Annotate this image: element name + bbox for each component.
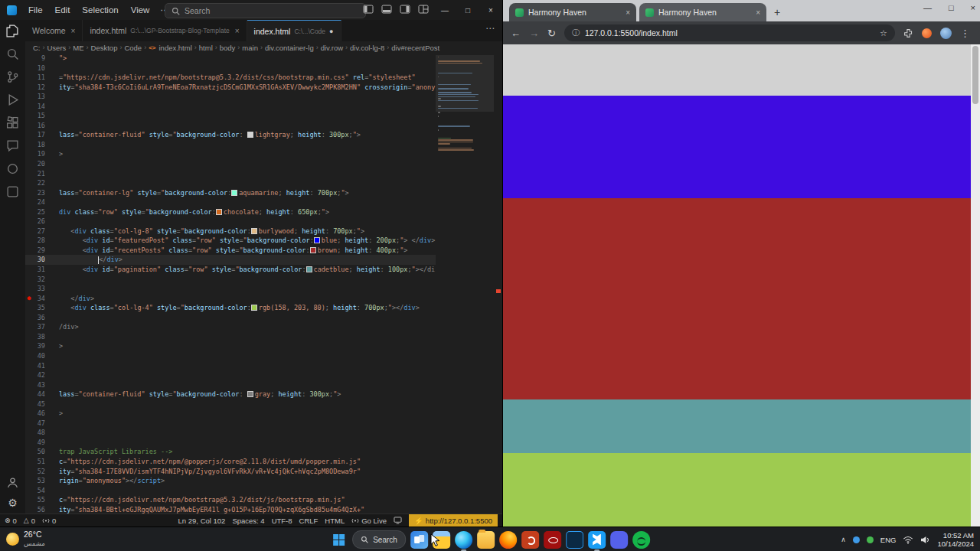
code-line[interactable]: 14 <box>25 102 440 112</box>
gutter[interactable] <box>25 207 33 217</box>
live-server-url[interactable]: ⚡ http://127.0.0.1:5500 <box>409 514 498 527</box>
edge-taskbar-icon[interactable] <box>455 531 472 549</box>
status-item[interactable]: Ln 29, Col 102 <box>178 517 226 525</box>
code-line[interactable]: 30</div> <box>25 255 440 265</box>
code-line[interactable]: 13 <box>25 92 440 102</box>
gutter[interactable] <box>25 284 33 294</box>
gutter[interactable] <box>25 92 33 102</box>
address-bar[interactable]: ⓘ 127.0.0.1:5500/index.html ☆ <box>564 24 895 41</box>
code-line[interactable]: 38 <box>25 332 440 342</box>
code-line[interactable]: 22 <box>25 178 440 188</box>
speaker-icon[interactable] <box>920 536 930 544</box>
code-line[interactable]: 42 <box>25 370 440 380</box>
scrollbar-thumb[interactable] <box>972 46 978 104</box>
code-line[interactable]: 36 <box>25 313 440 323</box>
gutter[interactable] <box>25 361 33 371</box>
browser-menu-icon[interactable]: ⋮ <box>960 28 970 39</box>
gutter[interactable] <box>25 322 33 332</box>
gutter[interactable] <box>25 467 33 477</box>
code-line[interactable]: 24 <box>25 197 440 207</box>
code-line[interactable]: 16 <box>25 121 440 131</box>
status-item[interactable]: Spaces: 4 <box>232 517 264 525</box>
gutter[interactable] <box>25 111 33 121</box>
editor-actions-icon[interactable]: ⋯ <box>485 20 502 41</box>
profile-avatar[interactable] <box>940 28 952 39</box>
taskbar-search[interactable]: Search <box>352 530 406 549</box>
code-line[interactable]: 15 <box>25 111 440 121</box>
run-debug-icon[interactable] <box>6 93 19 106</box>
code-line[interactable]: 17lass="container-fluid" style="backgrou… <box>25 130 440 140</box>
code-line[interactable]: 29<div id="recentPosts" class="row" styl… <box>25 246 440 256</box>
breadcrumb-item[interactable]: div.container-lg <box>265 44 314 52</box>
status-item[interactable]: CRLF <box>299 517 318 525</box>
task-view-taskbar-icon[interactable] <box>410 531 428 549</box>
gutter[interactable] <box>25 255 33 265</box>
breakpoint-icon[interactable]: ● <box>25 294 33 304</box>
breadcrumb-item[interactable]: index.html <box>158 44 191 52</box>
code-line[interactable]: 25div class="row" style="background-colo… <box>25 207 440 217</box>
code-line[interactable]: 50trap JavaScript Libraries --> <box>25 447 440 457</box>
code-line[interactable]: 23lass="container-lg" style="background-… <box>25 188 440 198</box>
gutter[interactable] <box>25 495 33 505</box>
gutter[interactable] <box>25 159 33 169</box>
browser-back-icon[interactable]: ← <box>511 28 521 39</box>
gutter[interactable] <box>25 370 33 380</box>
search-sidebar-icon[interactable] <box>6 47 19 60</box>
gutter[interactable] <box>25 73 33 83</box>
code-line[interactable]: 39> <box>25 341 440 351</box>
editor-tab[interactable]: index.htmlC:\...\Code● <box>247 20 341 41</box>
breadcrumb-item[interactable]: Code <box>124 44 142 52</box>
breadcrumb-item[interactable]: Users <box>47 44 67 52</box>
browser-refresh-icon[interactable]: ↻ <box>547 28 556 39</box>
code-line[interactable]: 54 <box>25 486 440 496</box>
photoshop-taskbar-icon[interactable] <box>566 531 583 549</box>
code-line[interactable]: 49 <box>25 438 440 448</box>
gutter[interactable] <box>25 380 33 390</box>
code-line[interactable]: 11="https://cdn.jsdelivr.net/npm/bootstr… <box>25 73 440 83</box>
code-line[interactable]: 32 <box>25 275 440 285</box>
toggle-sidebar-icon[interactable] <box>363 4 374 15</box>
breadcrumb-item[interactable]: html <box>199 44 213 52</box>
clock[interactable]: 10:52 AM 10/14/2024 <box>937 531 974 548</box>
gutter[interactable] <box>25 236 33 246</box>
browser-minimize-button[interactable]: — <box>923 3 932 12</box>
browser-tab[interactable]: Harmony Haven× <box>639 3 766 21</box>
firefox-taskbar-icon[interactable] <box>499 531 517 549</box>
discord-taskbar-icon[interactable] <box>610 531 628 549</box>
code-line[interactable]: 21 <box>25 169 440 179</box>
code-line[interactable]: 35<div class="col-lg-4" style="backgroun… <box>25 303 440 313</box>
gutter[interactable] <box>25 246 33 256</box>
gutter[interactable] <box>25 197 33 207</box>
extensions-icon[interactable] <box>6 116 19 129</box>
gutter[interactable] <box>25 130 33 140</box>
start-button[interactable] <box>330 531 348 549</box>
code-line[interactable]: 10 <box>25 64 440 73</box>
code-line[interactable]: 41 <box>25 361 440 371</box>
minimap[interactable] <box>436 55 494 514</box>
account-icon[interactable] <box>6 476 19 489</box>
code-line[interactable]: 55c="https://cdn.jsdelivr.net/npm/bootst… <box>25 495 440 505</box>
gutter[interactable] <box>25 54 33 64</box>
code-line[interactable]: 26 <box>25 217 440 227</box>
code-line[interactable]: 20 <box>25 159 440 169</box>
menu-file[interactable]: File <box>23 4 48 16</box>
toggle-panel-icon[interactable] <box>381 4 392 15</box>
breadcrumb-item[interactable]: Desktop <box>91 44 118 52</box>
weather-widget[interactable]: 26°C مشمس <box>6 530 45 548</box>
spotify-taskbar-icon[interactable] <box>632 531 650 549</box>
gutter[interactable] <box>25 409 33 419</box>
code-line[interactable]: ●34</div> <box>25 294 440 304</box>
gutter[interactable] <box>25 140 33 150</box>
code-line[interactable]: 31<div id="pagination" class="row" style… <box>25 265 440 275</box>
code-line[interactable]: 19> <box>25 149 440 159</box>
site-info-icon[interactable]: ⓘ <box>572 28 580 38</box>
wifi-icon[interactable] <box>903 536 913 544</box>
gutter[interactable] <box>25 102 33 112</box>
browser-maximize-button[interactable]: □ <box>949 3 954 12</box>
new-tab-button[interactable]: + <box>774 6 780 18</box>
gutter[interactable] <box>25 351 33 361</box>
minimap-slider[interactable] <box>436 55 494 112</box>
breadcrumb-item[interactable]: C: <box>33 44 41 52</box>
gutter[interactable] <box>25 64 33 73</box>
code-line[interactable]: 9"> <box>25 54 440 64</box>
